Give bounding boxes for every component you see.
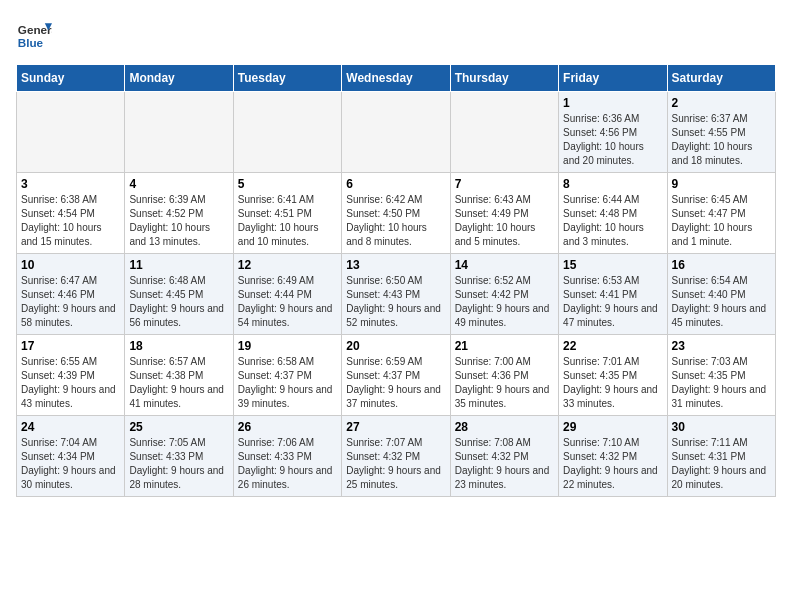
day-info: Sunrise: 7:11 AM Sunset: 4:31 PM Dayligh… [672,436,771,492]
day-info: Sunrise: 7:06 AM Sunset: 4:33 PM Dayligh… [238,436,337,492]
day-number: 13 [346,258,445,272]
day-info: Sunrise: 6:38 AM Sunset: 4:54 PM Dayligh… [21,193,120,249]
day-info: Sunrise: 7:10 AM Sunset: 4:32 PM Dayligh… [563,436,662,492]
calendar-cell: 26Sunrise: 7:06 AM Sunset: 4:33 PM Dayli… [233,416,341,497]
calendar-cell: 24Sunrise: 7:04 AM Sunset: 4:34 PM Dayli… [17,416,125,497]
calendar-cell: 27Sunrise: 7:07 AM Sunset: 4:32 PM Dayli… [342,416,450,497]
calendar-cell: 4Sunrise: 6:39 AM Sunset: 4:52 PM Daylig… [125,173,233,254]
day-info: Sunrise: 6:43 AM Sunset: 4:49 PM Dayligh… [455,193,554,249]
calendar-table: SundayMondayTuesdayWednesdayThursdayFrid… [16,64,776,497]
day-number: 22 [563,339,662,353]
calendar-cell: 3Sunrise: 6:38 AM Sunset: 4:54 PM Daylig… [17,173,125,254]
calendar-cell: 2Sunrise: 6:37 AM Sunset: 4:55 PM Daylig… [667,92,775,173]
weekday-header-saturday: Saturday [667,65,775,92]
logo-icon: General Blue [16,16,52,52]
calendar-cell: 11Sunrise: 6:48 AM Sunset: 4:45 PM Dayli… [125,254,233,335]
day-number: 15 [563,258,662,272]
calendar-cell: 16Sunrise: 6:54 AM Sunset: 4:40 PM Dayli… [667,254,775,335]
calendar-cell: 10Sunrise: 6:47 AM Sunset: 4:46 PM Dayli… [17,254,125,335]
day-number: 25 [129,420,228,434]
calendar-cell: 25Sunrise: 7:05 AM Sunset: 4:33 PM Dayli… [125,416,233,497]
day-info: Sunrise: 6:53 AM Sunset: 4:41 PM Dayligh… [563,274,662,330]
day-info: Sunrise: 6:54 AM Sunset: 4:40 PM Dayligh… [672,274,771,330]
weekday-header-thursday: Thursday [450,65,558,92]
calendar-week-1: 1Sunrise: 6:36 AM Sunset: 4:56 PM Daylig… [17,92,776,173]
day-number: 21 [455,339,554,353]
calendar-cell: 13Sunrise: 6:50 AM Sunset: 4:43 PM Dayli… [342,254,450,335]
day-number: 17 [21,339,120,353]
calendar-body: 1Sunrise: 6:36 AM Sunset: 4:56 PM Daylig… [17,92,776,497]
day-info: Sunrise: 6:55 AM Sunset: 4:39 PM Dayligh… [21,355,120,411]
day-number: 6 [346,177,445,191]
weekday-header-row: SundayMondayTuesdayWednesdayThursdayFrid… [17,65,776,92]
weekday-header-tuesday: Tuesday [233,65,341,92]
calendar-cell: 30Sunrise: 7:11 AM Sunset: 4:31 PM Dayli… [667,416,775,497]
day-info: Sunrise: 6:52 AM Sunset: 4:42 PM Dayligh… [455,274,554,330]
calendar-cell: 28Sunrise: 7:08 AM Sunset: 4:32 PM Dayli… [450,416,558,497]
day-info: Sunrise: 6:47 AM Sunset: 4:46 PM Dayligh… [21,274,120,330]
calendar-cell: 14Sunrise: 6:52 AM Sunset: 4:42 PM Dayli… [450,254,558,335]
logo: General Blue [16,16,52,52]
day-number: 4 [129,177,228,191]
calendar-week-3: 10Sunrise: 6:47 AM Sunset: 4:46 PM Dayli… [17,254,776,335]
calendar-cell: 1Sunrise: 6:36 AM Sunset: 4:56 PM Daylig… [559,92,667,173]
day-number: 16 [672,258,771,272]
calendar-cell: 29Sunrise: 7:10 AM Sunset: 4:32 PM Dayli… [559,416,667,497]
day-info: Sunrise: 7:07 AM Sunset: 4:32 PM Dayligh… [346,436,445,492]
day-info: Sunrise: 6:59 AM Sunset: 4:37 PM Dayligh… [346,355,445,411]
calendar-cell: 15Sunrise: 6:53 AM Sunset: 4:41 PM Dayli… [559,254,667,335]
weekday-header-monday: Monday [125,65,233,92]
day-number: 26 [238,420,337,434]
day-info: Sunrise: 6:44 AM Sunset: 4:48 PM Dayligh… [563,193,662,249]
day-info: Sunrise: 7:01 AM Sunset: 4:35 PM Dayligh… [563,355,662,411]
day-number: 3 [21,177,120,191]
page-header: General Blue [16,16,776,52]
day-number: 7 [455,177,554,191]
calendar-cell: 22Sunrise: 7:01 AM Sunset: 4:35 PM Dayli… [559,335,667,416]
day-number: 10 [21,258,120,272]
calendar-cell [233,92,341,173]
calendar-week-2: 3Sunrise: 6:38 AM Sunset: 4:54 PM Daylig… [17,173,776,254]
calendar-cell: 5Sunrise: 6:41 AM Sunset: 4:51 PM Daylig… [233,173,341,254]
day-number: 2 [672,96,771,110]
day-number: 20 [346,339,445,353]
day-info: Sunrise: 6:36 AM Sunset: 4:56 PM Dayligh… [563,112,662,168]
day-info: Sunrise: 6:57 AM Sunset: 4:38 PM Dayligh… [129,355,228,411]
calendar-cell: 9Sunrise: 6:45 AM Sunset: 4:47 PM Daylig… [667,173,775,254]
day-info: Sunrise: 6:49 AM Sunset: 4:44 PM Dayligh… [238,274,337,330]
day-number: 14 [455,258,554,272]
calendar-week-5: 24Sunrise: 7:04 AM Sunset: 4:34 PM Dayli… [17,416,776,497]
day-number: 8 [563,177,662,191]
day-info: Sunrise: 6:45 AM Sunset: 4:47 PM Dayligh… [672,193,771,249]
calendar-cell [450,92,558,173]
day-number: 23 [672,339,771,353]
day-number: 30 [672,420,771,434]
day-info: Sunrise: 7:08 AM Sunset: 4:32 PM Dayligh… [455,436,554,492]
day-number: 28 [455,420,554,434]
day-info: Sunrise: 6:39 AM Sunset: 4:52 PM Dayligh… [129,193,228,249]
calendar-cell [125,92,233,173]
weekday-header-sunday: Sunday [17,65,125,92]
day-number: 12 [238,258,337,272]
day-info: Sunrise: 7:03 AM Sunset: 4:35 PM Dayligh… [672,355,771,411]
day-info: Sunrise: 6:50 AM Sunset: 4:43 PM Dayligh… [346,274,445,330]
calendar-week-4: 17Sunrise: 6:55 AM Sunset: 4:39 PM Dayli… [17,335,776,416]
day-number: 29 [563,420,662,434]
day-number: 5 [238,177,337,191]
day-info: Sunrise: 6:48 AM Sunset: 4:45 PM Dayligh… [129,274,228,330]
calendar-cell: 8Sunrise: 6:44 AM Sunset: 4:48 PM Daylig… [559,173,667,254]
calendar-cell: 17Sunrise: 6:55 AM Sunset: 4:39 PM Dayli… [17,335,125,416]
calendar-cell: 23Sunrise: 7:03 AM Sunset: 4:35 PM Dayli… [667,335,775,416]
calendar-header: SundayMondayTuesdayWednesdayThursdayFrid… [17,65,776,92]
calendar-cell: 7Sunrise: 6:43 AM Sunset: 4:49 PM Daylig… [450,173,558,254]
svg-text:Blue: Blue [18,36,44,49]
calendar-cell: 6Sunrise: 6:42 AM Sunset: 4:50 PM Daylig… [342,173,450,254]
calendar-cell: 20Sunrise: 6:59 AM Sunset: 4:37 PM Dayli… [342,335,450,416]
day-number: 9 [672,177,771,191]
weekday-header-wednesday: Wednesday [342,65,450,92]
calendar-cell: 21Sunrise: 7:00 AM Sunset: 4:36 PM Dayli… [450,335,558,416]
weekday-header-friday: Friday [559,65,667,92]
calendar-cell: 18Sunrise: 6:57 AM Sunset: 4:38 PM Dayli… [125,335,233,416]
day-info: Sunrise: 7:04 AM Sunset: 4:34 PM Dayligh… [21,436,120,492]
day-info: Sunrise: 7:00 AM Sunset: 4:36 PM Dayligh… [455,355,554,411]
